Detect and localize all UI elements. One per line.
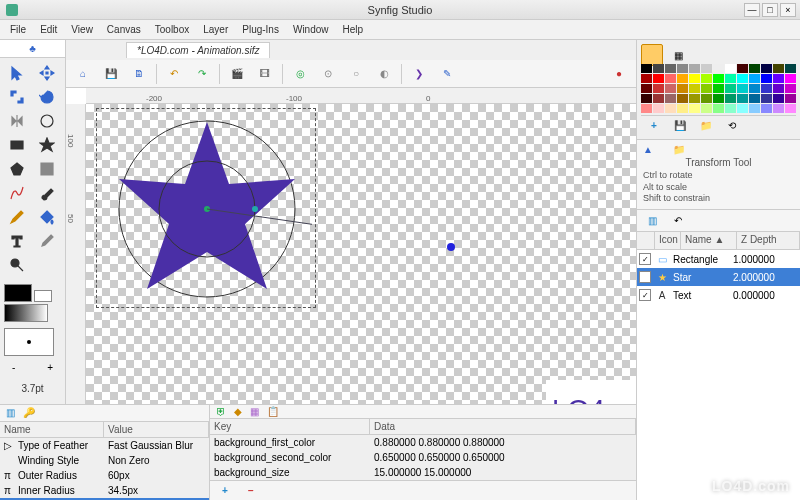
palette-swatch[interactable]: [653, 64, 664, 73]
toolbox-tab[interactable]: ♣: [0, 40, 65, 58]
mirror-tool[interactable]: [4, 110, 30, 132]
menu-window[interactable]: Window: [287, 22, 335, 37]
palette-add-button[interactable]: +: [643, 115, 665, 137]
eyedrop-tool[interactable]: [34, 230, 60, 252]
meta-col-key[interactable]: Key: [210, 419, 370, 434]
meta-col-data[interactable]: Data: [370, 419, 636, 434]
close-button[interactable]: ×: [780, 3, 796, 17]
feather-button[interactable]: ❯: [408, 63, 430, 85]
move-tool[interactable]: [34, 62, 60, 84]
palette-swatch[interactable]: [725, 104, 736, 113]
save-button[interactable]: 💾: [100, 63, 122, 85]
palette-swatch[interactable]: [701, 104, 712, 113]
palette-swatch[interactable]: [785, 64, 796, 73]
metadata-row[interactable]: background_size15.000000 15.000000: [210, 465, 636, 480]
palette-swatch[interactable]: [785, 74, 796, 83]
palette-swatch[interactable]: [737, 64, 748, 73]
star-shape[interactable]: [102, 114, 312, 314]
meta-remove-button[interactable]: −: [240, 480, 262, 501]
palette-swatch[interactable]: [701, 64, 712, 73]
palette-swatch[interactable]: [749, 94, 760, 103]
palette-swatch[interactable]: [713, 94, 724, 103]
pointer-tool[interactable]: [4, 62, 30, 84]
metadata-row[interactable]: background_first_color0.880000 0.880000 …: [210, 435, 636, 450]
target2-button[interactable]: ⊙: [317, 63, 339, 85]
param-row[interactable]: ▷Type of FeatherFast Gaussian Blur: [0, 438, 209, 453]
palette-swatch[interactable]: [653, 94, 664, 103]
palette-swatch[interactable]: [725, 84, 736, 93]
palette-swatch[interactable]: [773, 84, 784, 93]
bline-tool[interactable]: [4, 182, 30, 204]
menu-layer[interactable]: Layer: [197, 22, 234, 37]
menu-edit[interactable]: Edit: [34, 22, 63, 37]
layer-row[interactable]: ✓AText0.000000: [637, 286, 800, 304]
brush2-button[interactable]: ✎: [436, 63, 458, 85]
palette-swatch[interactable]: [641, 64, 652, 73]
palette-swatch[interactable]: [773, 94, 784, 103]
palette-swatch[interactable]: [749, 104, 760, 113]
layer-row[interactable]: ✓▭Rectangle1.000000: [637, 250, 800, 268]
render-button[interactable]: 🎬: [226, 63, 248, 85]
layer-visible-checkbox[interactable]: ✓: [639, 253, 651, 265]
background-color[interactable]: [34, 290, 52, 302]
palette-swatch[interactable]: [785, 84, 796, 93]
pencil-tool[interactable]: [4, 206, 30, 228]
palette-save-button[interactable]: 💾: [669, 115, 691, 137]
palette-swatch[interactable]: [677, 104, 688, 113]
palette-swatch[interactable]: [701, 84, 712, 93]
minimize-button[interactable]: —: [744, 3, 760, 17]
palette-swatch[interactable]: [773, 74, 784, 83]
meta-tab-1-icon[interactable]: ⛨: [216, 406, 226, 417]
target4-button[interactable]: ◐: [373, 63, 395, 85]
palette-swatch[interactable]: [665, 74, 676, 83]
params-key-icon[interactable]: 🔑: [23, 407, 35, 418]
palette-swatch[interactable]: [761, 104, 772, 113]
meta-tab-2-icon[interactable]: ◆: [234, 406, 242, 417]
palette-swatch[interactable]: [725, 74, 736, 83]
palette-swatch[interactable]: [773, 64, 784, 73]
palette-swatch[interactable]: [761, 74, 772, 83]
palette-swatch[interactable]: [749, 74, 760, 83]
gradient-tool[interactable]: [34, 158, 60, 180]
palette-swatch[interactable]: [689, 64, 700, 73]
menu-file[interactable]: File: [4, 22, 32, 37]
menu-canvas[interactable]: Canvas: [101, 22, 147, 37]
home-button[interactable]: ⌂: [72, 63, 94, 85]
zoom-tool[interactable]: [4, 254, 30, 276]
layers-tab-icon[interactable]: ▥: [641, 210, 663, 232]
palette-swatch[interactable]: [665, 104, 676, 113]
meta-add-button[interactable]: +: [214, 480, 236, 501]
palette-swatch[interactable]: [641, 104, 652, 113]
palette-swatch[interactable]: [641, 74, 652, 83]
menu-view[interactable]: View: [65, 22, 99, 37]
palette-tab-icon[interactable]: [641, 44, 663, 66]
palette-swatch[interactable]: [641, 94, 652, 103]
polygon-tool[interactable]: [4, 158, 30, 180]
brush-tool[interactable]: [34, 182, 60, 204]
palette-swatch[interactable]: [785, 94, 796, 103]
palette-swatch[interactable]: [701, 74, 712, 83]
palette-swatch[interactable]: [677, 84, 688, 93]
palette-swatch[interactable]: [689, 94, 700, 103]
palette-swatch[interactable]: [641, 84, 652, 93]
palette-swatch[interactable]: [677, 64, 688, 73]
rec-button[interactable]: ●: [608, 63, 630, 85]
meta-tab-3-icon[interactable]: ▦: [250, 406, 259, 417]
params-col-value[interactable]: Value: [104, 422, 209, 437]
gradient-swatch[interactable]: [4, 304, 48, 322]
increase-size[interactable]: +: [47, 362, 53, 373]
palette-swatch[interactable]: [689, 84, 700, 93]
scale-tool[interactable]: [4, 86, 30, 108]
palette-swatch[interactable]: [689, 104, 700, 113]
undo-button[interactable]: ↶: [163, 63, 185, 85]
param-row[interactable]: πInner Radius34.5px: [0, 483, 209, 498]
palette-swatch[interactable]: [725, 94, 736, 103]
palette-swatch[interactable]: [665, 64, 676, 73]
param-row[interactable]: πOuter Radius60px: [0, 468, 209, 483]
menu-help[interactable]: Help: [337, 22, 370, 37]
param-row[interactable]: Winding StyleNon Zero: [0, 453, 209, 468]
palette-swatch[interactable]: [713, 74, 724, 83]
text-tool[interactable]: [4, 230, 30, 252]
palette-open-button[interactable]: 📁: [695, 115, 717, 137]
layers-hist-icon[interactable]: ↶: [667, 210, 689, 232]
